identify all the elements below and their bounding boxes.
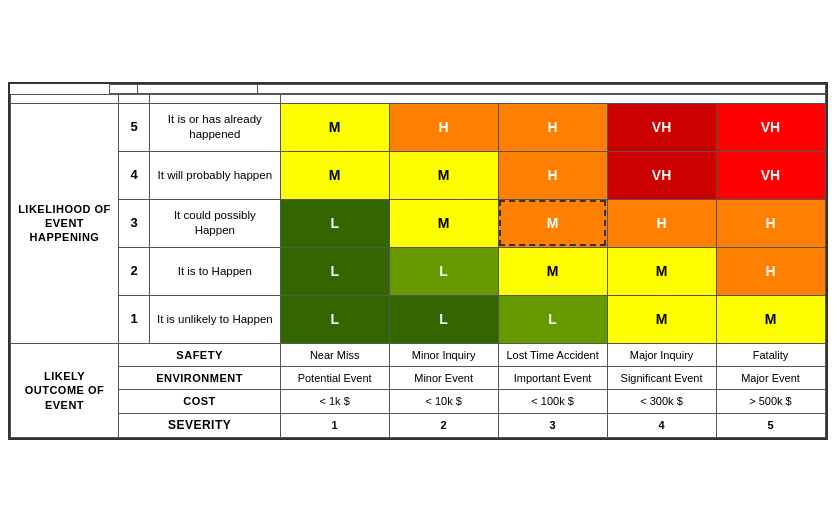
row-number: 5 [119,103,150,151]
bottom-cell: Major Inquiry [607,343,716,366]
row-number: 4 [119,151,150,199]
bottom-cell: 3 [498,413,607,438]
risk-row: 2It is to HappenLLMMH [10,247,825,295]
risk-row: LIKELIHOOD OF EVENT HAPPENING5It is or h… [10,103,825,151]
outcome-label: LIKELY OUTCOME OF EVENT [10,343,119,437]
risk-class-header [258,84,826,93]
bottom-cell: Near Miss [280,343,389,366]
bottom-cell: < 300k $ [607,390,716,413]
risk-cell: H [716,199,825,247]
bottom-cell: < 100k $ [498,390,607,413]
risk-cell: L [498,295,607,343]
bottom-cell: Major Event [716,367,825,390]
risk-matrix-wrapper: LIKELIHOOD OF EVENT HAPPENING5It is or h… [8,82,828,440]
risk-row: 4It will probably happenMMHVHVH [10,151,825,199]
top-left-blank [10,94,119,103]
risk-cell: L [280,247,389,295]
risk-cell: H [607,199,716,247]
bottom-cell: < 10k $ [389,390,498,413]
risk-cell: M [389,199,498,247]
row-description: It is to Happen [149,247,280,295]
bottom-cell: 4 [607,413,716,438]
risk-cell: M [280,151,389,199]
bottom-cell: Important Event [498,367,607,390]
bottom-cell: Fatality [716,343,825,366]
risk-cell: H [716,247,825,295]
likelihood-label: LIKELIHOOD OF EVENT HAPPENING [10,103,119,343]
risk-cell: VH [607,103,716,151]
row-description: It is or has already happened [149,103,280,151]
risk-cell: VH [607,151,716,199]
risk-class-col-header [280,94,825,103]
bottom-cell: Potential Event [280,367,389,390]
risk-cell: L [389,295,498,343]
header-row [10,84,826,93]
risk-cell: VH [716,151,825,199]
risk-cell: L [389,247,498,295]
bottom-row-label: COST [119,390,280,413]
corner-empty [10,84,110,93]
risk-cell: L [280,199,389,247]
bottom-cell: Minor Inquiry [389,343,498,366]
bottom-cell: Lost Time Accident [498,343,607,366]
risk-cell: M [716,295,825,343]
bottom-cell: 2 [389,413,498,438]
status-event-label [138,84,258,93]
bottom-row: ENVIRONMENTPotential EventMinor EventImp… [10,367,825,390]
risk-cell: H [498,103,607,151]
bottom-cell: Minor Event [389,367,498,390]
bottom-row-label: SAFETY [119,343,280,366]
bottom-row: COST< 1k $< 10k $< 100k $< 300k $> 500k … [10,390,825,413]
row-number: 2 [119,247,150,295]
risk-row: 3It could possibly HappenLMMHH [10,199,825,247]
risk-cell: VH [716,103,825,151]
row-number: 1 [119,295,150,343]
bottom-row: SEVERITY12345 [10,413,825,438]
bottom-row-label: SEVERITY [119,413,280,438]
risk-cell: M [498,247,607,295]
status-header [110,84,138,93]
row-description: It will probably happen [149,151,280,199]
risk-row: 1It is unlikely to HappenLLLMM [10,295,825,343]
risk-cell: L [280,295,389,343]
risk-cell: M [280,103,389,151]
bottom-cell: 5 [716,413,825,438]
risk-cell: M [607,247,716,295]
bottom-row: LIKELY OUTCOME OF EVENTSAFETYNear MissMi… [10,343,825,366]
status-num-header [119,94,150,103]
bottom-cell: 1 [280,413,389,438]
risk-cell: M [607,295,716,343]
row-description: It could possibly Happen [149,199,280,247]
risk-cell: M [498,199,607,247]
bottom-cell: Significant Event [607,367,716,390]
bottom-cell: < 1k $ [280,390,389,413]
risk-cell: H [389,103,498,151]
bottom-cell: > 500k $ [716,390,825,413]
row-number: 3 [119,199,150,247]
status-event-col-header [149,94,280,103]
main-header-row [10,94,825,103]
row-description: It is unlikely to Happen [149,295,280,343]
risk-cell: H [498,151,607,199]
risk-cell: M [389,151,498,199]
bottom-row-label: ENVIRONMENT [119,367,280,390]
